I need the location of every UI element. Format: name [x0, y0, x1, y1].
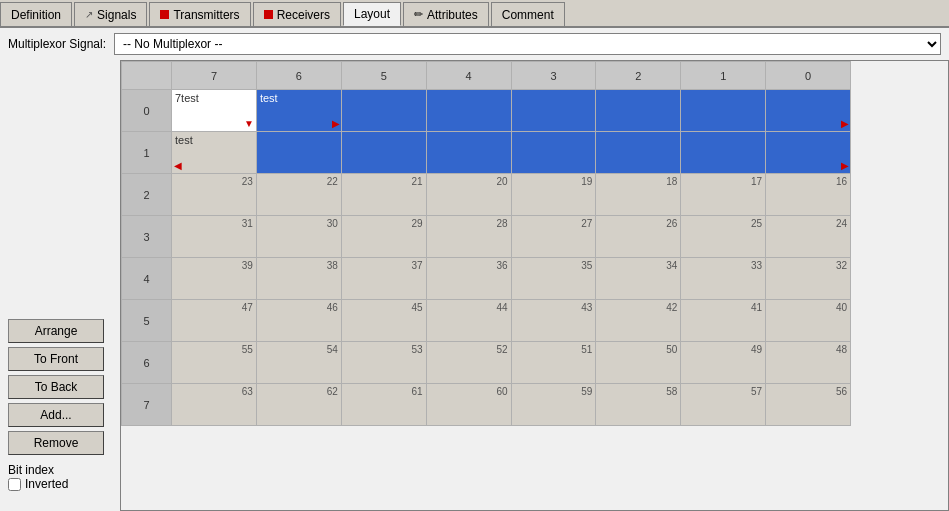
table-cell[interactable]: 51: [511, 342, 596, 384]
inverted-checkbox[interactable]: [8, 478, 21, 491]
table-cell[interactable]: 48: [766, 342, 851, 384]
table-cell[interactable]: 22: [256, 174, 341, 216]
cell-number: 57: [751, 386, 762, 397]
remove-button[interactable]: Remove: [8, 431, 104, 455]
table-cell[interactable]: 37: [341, 258, 426, 300]
tab-receivers[interactable]: Receivers: [253, 2, 341, 26]
cell-number: 44: [496, 302, 507, 313]
table-cell[interactable]: [341, 90, 426, 132]
table-cell[interactable]: 21: [341, 174, 426, 216]
table-cell[interactable]: test ▶: [256, 90, 341, 132]
cell-number: 31: [242, 218, 253, 229]
table-cell[interactable]: 44: [426, 300, 511, 342]
table-cell[interactable]: 28: [426, 216, 511, 258]
table-cell[interactable]: 25: [681, 216, 766, 258]
mux-select[interactable]: -- No Multiplexor --: [114, 33, 941, 55]
table-cell[interactable]: 47: [172, 300, 257, 342]
tab-attributes[interactable]: ✏ Attributes: [403, 2, 489, 26]
table-cell[interactable]: 24: [766, 216, 851, 258]
tab-comment[interactable]: Comment: [491, 2, 565, 26]
table-cell[interactable]: 26: [596, 216, 681, 258]
table-cell[interactable]: [511, 132, 596, 174]
table-cell[interactable]: [426, 90, 511, 132]
table-cell[interactable]: 62: [256, 384, 341, 426]
to-front-button[interactable]: To Front: [8, 347, 104, 371]
table-cell[interactable]: 61: [341, 384, 426, 426]
table-cell[interactable]: 38: [256, 258, 341, 300]
table-cell[interactable]: 56: [766, 384, 851, 426]
table-row: 5 47 46 45 44 43 42 41 40: [122, 300, 851, 342]
signals-icon: ↗: [85, 9, 93, 20]
table-cell[interactable]: 43: [511, 300, 596, 342]
cell-number: 38: [327, 260, 338, 271]
table-cell[interactable]: 31: [172, 216, 257, 258]
cell-number: 46: [327, 302, 338, 313]
cell-number: 22: [327, 176, 338, 187]
table-cell[interactable]: 55: [172, 342, 257, 384]
table-cell[interactable]: [426, 132, 511, 174]
table-cell[interactable]: 50: [596, 342, 681, 384]
arrow-right-icon: ▶: [841, 160, 849, 171]
table-cell[interactable]: 16: [766, 174, 851, 216]
table-cell[interactable]: 32: [766, 258, 851, 300]
table-cell[interactable]: 40: [766, 300, 851, 342]
table-cell[interactable]: 52: [426, 342, 511, 384]
table-cell[interactable]: [256, 132, 341, 174]
cell-number: 19: [581, 176, 592, 187]
cell-number: 42: [666, 302, 677, 313]
tab-definition[interactable]: Definition: [0, 2, 72, 26]
table-cell[interactable]: 45: [341, 300, 426, 342]
table-cell[interactable]: [341, 132, 426, 174]
table-cell[interactable]: 17: [681, 174, 766, 216]
cell-number: 61: [412, 386, 423, 397]
tab-transmitters[interactable]: Transmitters: [149, 2, 250, 26]
table-cell[interactable]: 42: [596, 300, 681, 342]
table-cell[interactable]: [596, 132, 681, 174]
tabs-bar: Definition ↗ Signals Transmitters Receiv…: [0, 0, 949, 28]
table-cell[interactable]: 29: [341, 216, 426, 258]
table-cell[interactable]: 30: [256, 216, 341, 258]
transmitters-red-icon: [160, 10, 169, 19]
table-cell[interactable]: 23: [172, 174, 257, 216]
table-cell[interactable]: 63: [172, 384, 257, 426]
table-cell[interactable]: 58: [596, 384, 681, 426]
cell-number: 23: [242, 176, 253, 187]
table-cell[interactable]: ▶: [766, 90, 851, 132]
cell-number: 34: [666, 260, 677, 271]
table-cell[interactable]: 18: [596, 174, 681, 216]
table-cell[interactable]: 35: [511, 258, 596, 300]
to-back-button[interactable]: To Back: [8, 375, 104, 399]
table-cell[interactable]: 54: [256, 342, 341, 384]
table-cell[interactable]: 57: [681, 384, 766, 426]
table-cell[interactable]: 27: [511, 216, 596, 258]
table-cell[interactable]: 53: [341, 342, 426, 384]
add-button[interactable]: Add...: [8, 403, 104, 427]
table-cell[interactable]: 60: [426, 384, 511, 426]
table-cell[interactable]: [681, 90, 766, 132]
inverted-row: Inverted: [8, 477, 112, 491]
table-cell[interactable]: 20: [426, 174, 511, 216]
table-cell[interactable]: 7test ▼: [172, 90, 257, 132]
table-cell[interactable]: ▶: [766, 132, 851, 174]
tab-layout[interactable]: Layout: [343, 2, 401, 26]
grid-scroll[interactable]: 7 6 5 4 3 2 1 0 0 7test: [121, 61, 948, 510]
row-header-5: 5: [122, 300, 172, 342]
table-cell[interactable]: 41: [681, 300, 766, 342]
table-cell[interactable]: test ◀: [172, 132, 257, 174]
table-cell[interactable]: 46: [256, 300, 341, 342]
arrange-button[interactable]: Arrange: [8, 319, 104, 343]
table-cell[interactable]: 33: [681, 258, 766, 300]
table-row: 4 39 38 37 36 35 34 33 32: [122, 258, 851, 300]
table-cell[interactable]: 49: [681, 342, 766, 384]
table-cell[interactable]: [511, 90, 596, 132]
table-cell[interactable]: 39: [172, 258, 257, 300]
table-cell[interactable]: [681, 132, 766, 174]
table-cell[interactable]: 19: [511, 174, 596, 216]
table-cell[interactable]: [596, 90, 681, 132]
table-cell[interactable]: 59: [511, 384, 596, 426]
table-row: 3 31 30 29 28 27 26 25 24: [122, 216, 851, 258]
table-cell[interactable]: 34: [596, 258, 681, 300]
tab-signals[interactable]: ↗ Signals: [74, 2, 147, 26]
table-cell[interactable]: 36: [426, 258, 511, 300]
inverted-label: Inverted: [25, 477, 68, 491]
